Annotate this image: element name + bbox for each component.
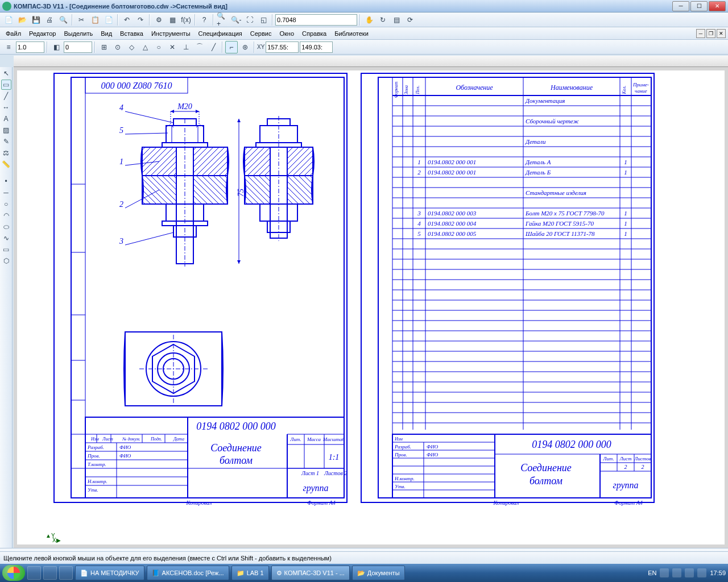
layer-input[interactable] [64,41,92,53]
undo-icon[interactable]: ↶ [121,14,133,26]
snap-end-icon[interactable]: ◇ [125,41,138,53]
zoomin-icon[interactable]: 🔍+ [216,14,229,26]
line-icon[interactable]: ╱ [1,91,11,101]
menu-tools[interactable]: Инструменты [148,29,194,38]
window-title: КОМПАС-3D V11 - [Соединение болтомготово… [14,3,671,10]
open-icon[interactable]: 📂 [16,14,28,26]
snap-center-icon[interactable]: ○ [152,41,165,53]
svg-text:Дата: Дата [173,436,184,442]
circle-icon[interactable]: ○ [1,199,11,209]
redo-icon[interactable]: ↷ [134,14,147,26]
task-5[interactable]: 📂Документы [352,566,405,580]
menu-insert[interactable]: Вставка [117,29,147,38]
table-icon[interactable]: ▦ [166,14,179,26]
segment-icon[interactable]: ─ [1,188,11,198]
x-coord[interactable] [266,41,299,53]
tray-volume-icon[interactable] [697,568,706,577]
quick-launch-3[interactable] [59,566,73,580]
y-coord[interactable] [300,41,333,53]
text-icon[interactable]: A [1,114,11,124]
arc-icon[interactable]: ◠ [1,210,11,221]
snap-point-icon[interactable]: ⊙ [111,41,124,53]
tray-icon-1[interactable] [660,568,669,577]
svg-text:Т.контр.: Т.контр. [88,462,106,467]
ellipse-icon[interactable]: ⬭ [1,222,11,232]
refresh-icon[interactable]: ⟳ [404,14,416,26]
tray-icon-3[interactable] [685,568,694,577]
maximize-button[interactable]: ☐ [690,1,708,11]
mdi-close-button[interactable]: ✕ [717,29,726,38]
mdi-restore-button[interactable]: ❐ [706,29,715,38]
hatch-icon[interactable]: ▨ [1,125,11,135]
polar-icon[interactable]: ⊛ [239,41,251,53]
svg-text:1: 1 [417,159,421,165]
cut-icon[interactable]: ✂ [75,14,88,26]
snap-mid-icon[interactable]: △ [139,41,151,53]
point-icon[interactable]: • [1,176,11,186]
layer-icon[interactable]: ◧ [50,41,63,53]
snap-int-icon[interactable]: ✕ [166,41,179,53]
quick-launch-1[interactable] [27,566,41,580]
menu-window[interactable]: Окно [276,29,297,38]
linestyle-icon[interactable]: ≡ [2,41,15,53]
new-icon[interactable]: 📄 [2,14,15,26]
menu-file[interactable]: Файл [2,29,24,38]
task-1[interactable]: 📄НА МЕТОДИЧКУ [75,566,144,580]
ortho-icon[interactable]: ⌐ [225,41,238,53]
menu-select[interactable]: Выделить [60,29,96,38]
fx-icon[interactable]: f(x) [180,14,192,26]
lang-indicator[interactable]: EN [648,569,656,576]
svg-text:Лит.: Лит. [289,436,301,442]
mdi-min-button[interactable]: ─ [696,29,705,38]
paste-icon[interactable]: 📄 [102,14,115,26]
pan-icon[interactable]: ✋ [363,14,375,26]
menu-edit[interactable]: Редактор [26,29,59,38]
snap-perp-icon[interactable]: ⊥ [180,41,192,53]
help-icon[interactable]: ? [198,14,210,26]
save-icon[interactable]: 💾 [30,14,42,26]
quick-launch-2[interactable] [43,566,57,580]
task-4[interactable]: ⚙КОМПАС-3D V11 - ... [271,566,350,580]
spline-icon[interactable]: ∿ [1,233,11,243]
clock[interactable]: 17:59 [710,569,726,576]
task-3[interactable]: 📁LAB 1 [231,566,269,580]
props-icon[interactable]: ⚙ [152,14,165,26]
svg-text:Формат: Формат [394,81,399,98]
select-icon[interactable]: ▭ [1,80,11,90]
menu-service[interactable]: Сервис [247,29,275,38]
close-button[interactable]: ✕ [709,1,726,11]
zoomout-icon[interactable]: 🔍- [230,14,242,26]
edit-icon[interactable]: ✎ [1,136,11,147]
snap-grid-icon[interactable]: ⊞ [98,41,110,53]
menu-libs[interactable]: Библиотеки [331,29,372,38]
svg-text:4: 4 [417,220,421,227]
print-icon[interactable]: 🖨 [43,14,56,26]
zoom-combo[interactable] [275,14,357,26]
svg-text:75: 75 [237,189,245,197]
poly-icon[interactable]: ⬡ [1,256,11,266]
copy-icon[interactable]: 📋 [89,14,101,26]
svg-text:Изм: Изм [394,436,403,442]
snap-near-icon[interactable]: ╱ [207,41,220,53]
snap-tan-icon[interactable]: ⌒ [193,41,206,53]
rect-icon[interactable]: ▭ [1,244,11,255]
zoomall-icon[interactable]: ◱ [257,14,270,26]
dim-icon[interactable]: ↔ [1,102,11,113]
measure-icon[interactable]: 📏 [1,159,11,169]
rotate-icon[interactable]: ↻ [377,14,389,26]
layers-icon[interactable]: ▤ [390,14,403,26]
minimize-button[interactable]: ─ [672,1,689,11]
param-icon[interactable]: ⚖ [1,148,11,158]
zoomfit-icon[interactable]: ⛶ [243,14,256,26]
svg-text:1:1: 1:1 [329,453,340,462]
pointer-icon[interactable]: ↖ [1,68,11,78]
canvas-area[interactable]: 000 000 Z080 7610 М20 [14,67,728,548]
menu-help[interactable]: Справка [299,29,330,38]
preview-icon[interactable]: 🔍 [57,14,69,26]
tray-icon-2[interactable] [672,568,681,577]
menu-spec[interactable]: Спецификация [195,29,246,38]
menu-view[interactable]: Вид [97,29,115,38]
task-2[interactable]: 📘АКСЕНОВ.doc [Реж... [147,566,229,580]
start-button[interactable] [2,565,25,581]
lineweight-input[interactable] [16,41,44,53]
